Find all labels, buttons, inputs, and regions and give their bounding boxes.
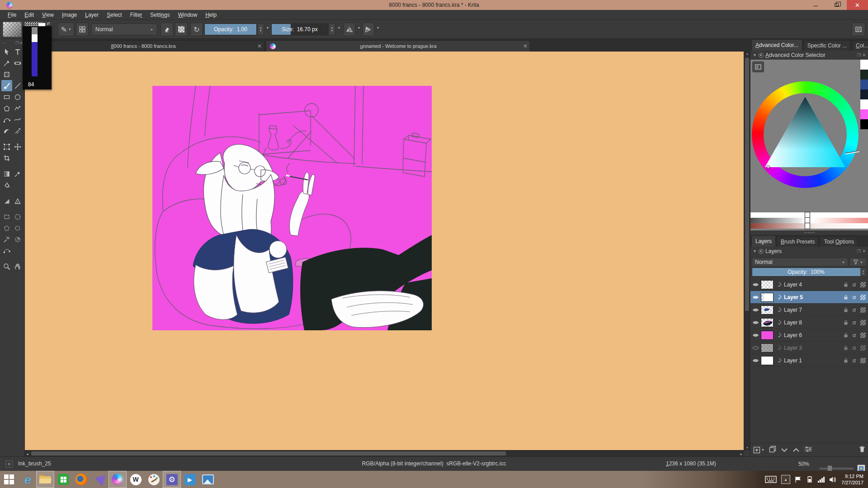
layer-thumbnail[interactable] (761, 280, 774, 289)
alpha-lock-icon[interactable]: α (851, 294, 858, 300)
scroll-up-icon[interactable]: ▲ (746, 52, 749, 55)
tool-polyline-button[interactable] (12, 103, 23, 114)
tab-advanced-color[interactable]: Advanced Color... (751, 39, 802, 51)
tool-multibrush-button[interactable] (12, 125, 23, 136)
inherit-alpha-icon[interactable] (859, 307, 866, 313)
menu-window[interactable]: Window (174, 12, 202, 18)
reload-preset-button[interactable]: ↻ (190, 23, 203, 36)
canvas-viewport[interactable] (25, 52, 744, 450)
size-options-dropdown[interactable]: ▼ (336, 26, 342, 33)
layer-thumbnail[interactable] (761, 331, 774, 340)
visibility-eye-icon[interactable] (752, 358, 759, 363)
menu-help[interactable]: Help (201, 12, 221, 18)
lock-icon[interactable] (842, 357, 849, 363)
tool-ellipse-button[interactable] (12, 91, 23, 103)
canvas-horizontal-scrollbar[interactable]: ◀ ▶ (25, 450, 744, 456)
layer-row-layer1[interactable]: Layer 1 α (750, 354, 868, 367)
tool-rect-select-button[interactable] (1, 211, 12, 222)
visibility-eye-icon[interactable] (752, 295, 759, 300)
size-spinner[interactable]: ▲▼ (329, 23, 335, 35)
duplicate-layer-button[interactable] (769, 446, 776, 455)
visibility-eye-icon[interactable] (752, 333, 759, 338)
taskbar-internet-explorer[interactable]: e (18, 471, 36, 488)
artwork-canvas[interactable] (152, 86, 432, 330)
tool-select-shapes-button[interactable] (1, 46, 12, 57)
taskbar-movies-tv[interactable]: ▶ (181, 471, 199, 488)
menu-select[interactable]: Select (103, 12, 126, 18)
mirror-horizontal-button[interactable] (344, 23, 355, 36)
add-layer-button[interactable]: ▼ (753, 446, 764, 454)
eraser-mode-button[interactable] (160, 23, 173, 36)
layer-row-layer6[interactable]: Layer 6 α (750, 329, 868, 342)
inherit-alpha-icon[interactable] (859, 345, 866, 351)
collapse-icon[interactable]: ▼ (753, 249, 757, 253)
inherit-alpha-icon[interactable] (859, 282, 866, 287)
inherit-alpha-icon[interactable] (859, 333, 866, 338)
brush-presets-button[interactable] (76, 23, 89, 36)
mirror-horizontal-dropdown[interactable]: ▼ (356, 26, 362, 33)
visibility-eye-icon[interactable] (752, 320, 759, 325)
history-swatch[interactable] (860, 60, 868, 70)
layer-thumbnail[interactable] (761, 356, 774, 365)
inherit-alpha-icon[interactable] (859, 320, 866, 325)
float-docker-icon[interactable]: ❐ (857, 249, 860, 253)
taskbar-visual-studio[interactable] (90, 471, 108, 488)
layers-docker-header[interactable]: ▼ Layers ❐ ✕ (750, 247, 868, 256)
layer-filter-button[interactable]: ▼ (849, 258, 867, 267)
tool-assistants-button[interactable] (1, 195, 12, 206)
layer-thumbnail[interactable] (761, 343, 774, 352)
tool-gradient-button[interactable] (1, 168, 12, 179)
doc-tab-8000-francs[interactable]: 8000 francs - 8000 francs.kra ✕ (31, 40, 264, 52)
tool-text-button[interactable] (12, 46, 23, 57)
touch-keyboard-icon[interactable] (765, 476, 777, 483)
visibility-eye-icon[interactable] (752, 282, 759, 287)
tool-freehand-brush-button[interactable] (1, 80, 12, 91)
history-swatch[interactable] (860, 119, 868, 129)
taskbar-firefox[interactable] (72, 471, 90, 488)
tool-dynamic-brush-button[interactable] (1, 125, 12, 136)
tool-freehand-path-button[interactable] (12, 114, 23, 125)
layer-properties-button[interactable] (804, 446, 812, 454)
color-wheel[interactable] (752, 81, 859, 188)
tab-color[interactable]: Col... (852, 40, 868, 51)
tab-specific-color[interactable]: Specific Color ... (803, 40, 851, 51)
lock-icon[interactable] (842, 319, 849, 325)
layer-opacity-spinner[interactable]: ▲▼ (860, 268, 866, 276)
layer-row-layer5-selected[interactable]: Layer 5 α (750, 291, 868, 304)
strip-handle[interactable] (805, 223, 810, 229)
taskbar-wacom[interactable]: W (127, 471, 145, 488)
tab-layers[interactable]: Layers (751, 235, 776, 247)
inherit-alpha-icon[interactable] (859, 295, 866, 300)
menu-edit[interactable]: Edit (20, 12, 38, 18)
mirror-vertical-button[interactable] (363, 23, 374, 36)
menu-image[interactable]: Image (58, 12, 81, 18)
alpha-lock-icon[interactable]: α (851, 332, 858, 338)
history-swatch[interactable] (860, 89, 868, 99)
lock-icon[interactable] (842, 307, 849, 313)
history-swatch[interactable] (860, 109, 868, 119)
visibility-eye-closed-icon[interactable] (752, 345, 759, 351)
taskbar-mypaint[interactable] (145, 471, 163, 488)
tool-ellipse-select-button[interactable] (12, 211, 23, 222)
tool-pattern-edit-button[interactable] (1, 69, 12, 80)
collapse-icon[interactable]: ▼ (753, 53, 757, 57)
workspace-chooser-button[interactable] (852, 23, 865, 36)
lock-icon[interactable] (842, 345, 849, 351)
mirror-vertical-dropdown[interactable]: ▼ (375, 26, 381, 33)
action-center-flag-icon[interactable] (795, 476, 802, 483)
tool-bezier-select-button[interactable] (1, 245, 12, 256)
value-slider-popup[interactable]: 84 (23, 26, 52, 89)
size-slider[interactable]: Size: 16.70 px (271, 23, 328, 35)
toolbox-drag-dots[interactable]: ⋯ (2, 41, 5, 45)
network-signal-icon[interactable] (818, 477, 825, 483)
tool-rectangle-button[interactable] (1, 91, 12, 103)
lock-icon[interactable] (842, 282, 849, 287)
alpha-lock-icon[interactable]: α (851, 319, 858, 326)
menu-layer[interactable]: Layer (81, 12, 103, 18)
layer-blend-mode-select[interactable]: Normal▼ (752, 258, 848, 267)
history-swatch[interactable] (860, 80, 868, 89)
layer-thumbnail[interactable] (761, 318, 774, 327)
swap-colors-icon[interactable]: ⇄ (47, 21, 50, 26)
scroll-down-icon[interactable]: ▼ (746, 446, 749, 449)
tool-zoom-button[interactable] (1, 261, 12, 272)
